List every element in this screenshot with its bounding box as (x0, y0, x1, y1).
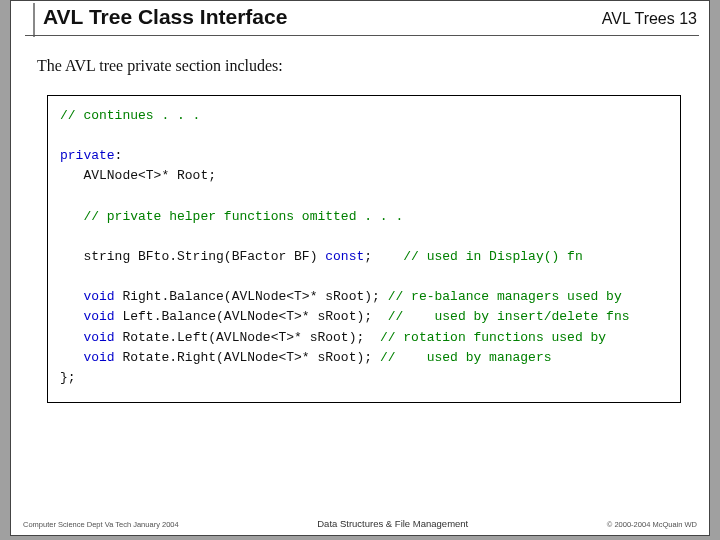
code-box: // continues . . . private: AVLNode<T>* … (47, 95, 681, 403)
code-keyword: const (325, 249, 364, 264)
footer: Computer Science Dept Va Tech January 20… (23, 518, 697, 529)
code-text: }; (60, 370, 76, 385)
footer-right: © 2000-2004 McQuain WD (607, 520, 697, 529)
footer-left: Computer Science Dept Va Tech January 20… (23, 520, 179, 529)
intro-text: The AVL tree private section includes: (37, 57, 283, 75)
code-text: AVLNode<T>* Root; (60, 168, 216, 183)
code-comment: // rotation functions used by (372, 330, 606, 345)
footer-center: Data Structures & File Management (317, 518, 468, 529)
page: AVL Tree Class Interface AVL Trees 13 Th… (10, 0, 710, 536)
code-keyword: void (83, 309, 114, 324)
code-text: : (115, 148, 123, 163)
code-keyword: void (83, 289, 114, 304)
slide-container: AVL Tree Class Interface AVL Trees 13 Th… (0, 0, 720, 540)
code-keyword: void (83, 330, 114, 345)
code-comment: // used by insert/delete fns (380, 309, 630, 324)
code-keyword: private (60, 148, 115, 163)
page-title: AVL Tree Class Interface (27, 5, 287, 29)
code-keyword: void (83, 350, 114, 365)
code-comment: // used by managers (372, 350, 551, 365)
code-text: Left.Balance(AVLNode<T>* sRoot); (115, 309, 380, 324)
code-comment: // re-balance managers used by (380, 289, 622, 304)
page-number: AVL Trees 13 (602, 10, 697, 28)
code-text: Right.Balance(AVLNode<T>* sRoot); (115, 289, 380, 304)
code-comment: // used in Display() fn (372, 249, 583, 264)
code-comment: // private helper functions omitted . . … (60, 209, 403, 224)
code-text: ; (364, 249, 372, 264)
code-comment: // continues . . . (60, 108, 200, 123)
code-text: Rotate.Right(AVLNode<T>* sRoot); (115, 350, 372, 365)
code-text: string BFto.String(BFactor BF) (60, 249, 325, 264)
code-text: Rotate.Left(AVLNode<T>* sRoot); (115, 330, 372, 345)
header-rule (25, 35, 699, 36)
header: AVL Tree Class Interface AVL Trees 13 (27, 5, 697, 29)
